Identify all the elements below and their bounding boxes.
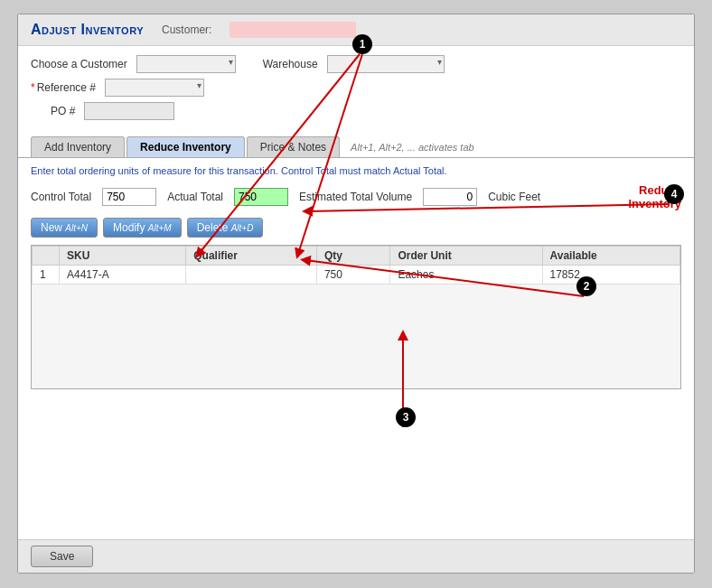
warehouse-select[interactable]	[327, 55, 445, 73]
delete-button[interactable]: Delete Alt+D	[187, 218, 264, 238]
customer-label: Customer:	[162, 23, 211, 36]
action-buttons: New Alt+N Modify Alt+M Delete Alt+D	[31, 218, 681, 238]
table-header-row: SKU Qualifier Qty Order Unit Available	[33, 247, 680, 266]
col-num	[33, 247, 60, 266]
actual-total-input[interactable]	[234, 188, 288, 206]
po-label: PO #	[51, 105, 75, 117]
control-total-input[interactable]	[102, 188, 156, 206]
tab-reduce-inventory[interactable]: Reduce Inventory	[126, 136, 245, 157]
footer-bar: Save	[18, 539, 694, 573]
tab-price-notes[interactable]: Price & Notes	[247, 136, 340, 157]
col-qualifier: Qualifier	[186, 247, 317, 266]
warehouse-label: Warehouse	[263, 58, 318, 70]
new-shortcut: Alt+N	[65, 223, 88, 233]
callout-1: 1	[352, 34, 372, 54]
modify-button[interactable]: Modify Alt+M	[103, 218, 182, 238]
reference-select[interactable]	[105, 79, 204, 97]
customer-row: Choose a Customer Warehouse	[31, 55, 681, 73]
cell-available: 17852	[542, 266, 680, 285]
callout-2: 2	[576, 276, 596, 296]
cell-qualifier	[186, 266, 317, 285]
col-order-unit: Order Unit	[390, 247, 542, 266]
cell-sku: A4417-A	[60, 266, 186, 285]
delete-shortcut: Alt+D	[231, 223, 254, 233]
cell-qty: 750	[316, 266, 390, 285]
callout-3: 3	[396, 407, 416, 427]
col-available: Available	[542, 247, 680, 266]
tabs-row: Add Inventory Reduce Inventory Price & N…	[18, 131, 694, 158]
cubic-feet-label: Cubic Feet	[488, 191, 540, 203]
cell-num: 1	[33, 266, 60, 285]
estimated-volume-input[interactable]	[423, 188, 477, 206]
callout-4: 4	[664, 184, 684, 204]
tab-hint: Alt+1, Alt+2, ... activates tab	[351, 142, 474, 153]
col-qty: Qty	[316, 247, 390, 266]
tab-content: Enter total ordering units of measure fo…	[18, 158, 694, 397]
control-total-label: Control Total	[31, 191, 91, 203]
info-text: Enter total ordering units of measure fo…	[31, 165, 681, 176]
choose-customer-label: Choose a Customer	[31, 58, 127, 70]
estimated-label: Estimated Total Volume	[299, 191, 412, 203]
modify-shortcut: Alt+M	[148, 223, 172, 233]
po-input[interactable]	[84, 102, 174, 120]
totals-row: Control Total Actual Total Estimated Tot…	[31, 183, 681, 210]
new-label: New	[41, 221, 62, 234]
save-button[interactable]: Save	[31, 546, 93, 567]
reference-select-wrapper	[105, 79, 204, 97]
form-area: Choose a Customer Warehouse Reference # …	[18, 46, 694, 131]
customer-value	[230, 22, 356, 38]
modify-label: Modify	[113, 221, 145, 234]
col-sku: SKU	[60, 247, 186, 266]
new-button[interactable]: New Alt+N	[31, 218, 98, 238]
main-window: 1 2 3 4 Adjust Inventory Customer: Choos…	[17, 14, 695, 574]
actual-total-label: Actual Total	[167, 191, 223, 203]
po-row: PO #	[31, 102, 681, 120]
reference-row: Reference #	[31, 79, 681, 97]
warehouse-select-wrapper	[327, 55, 445, 73]
delete-label: Delete	[197, 221, 229, 234]
customer-select[interactable]	[136, 55, 236, 73]
tab-add-inventory[interactable]: Add Inventory	[31, 136, 125, 157]
reference-label: Reference #	[31, 81, 96, 94]
table-wrapper: SKU Qualifier Qty Order Unit Available 1…	[31, 245, 681, 389]
cell-order-unit: Eaches	[390, 266, 542, 285]
page-title: Adjust Inventory	[31, 22, 144, 38]
customer-select-wrapper	[136, 55, 236, 73]
